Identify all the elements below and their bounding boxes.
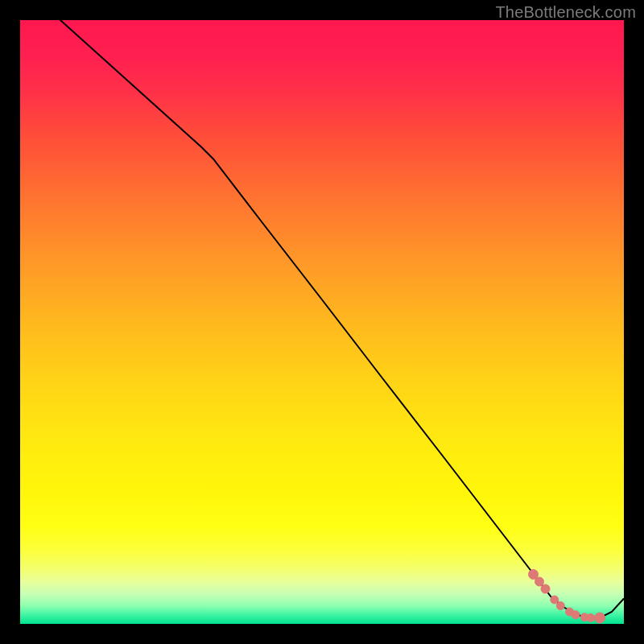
bottleneck-curve: [20, 0, 624, 618]
marker-point: [595, 613, 605, 623]
marker-point: [556, 602, 564, 610]
marker-point: [541, 584, 550, 593]
marker-point: [535, 577, 544, 586]
marker-point: [572, 611, 580, 619]
attribution-label: TheBottleneck.com: [495, 3, 636, 22]
marker-point: [587, 614, 595, 622]
chart-stage: TheBottleneck.com: [0, 0, 644, 644]
marker-point: [551, 596, 559, 604]
highlight-markers: [529, 570, 605, 624]
curve-layer: [20, 20, 624, 624]
